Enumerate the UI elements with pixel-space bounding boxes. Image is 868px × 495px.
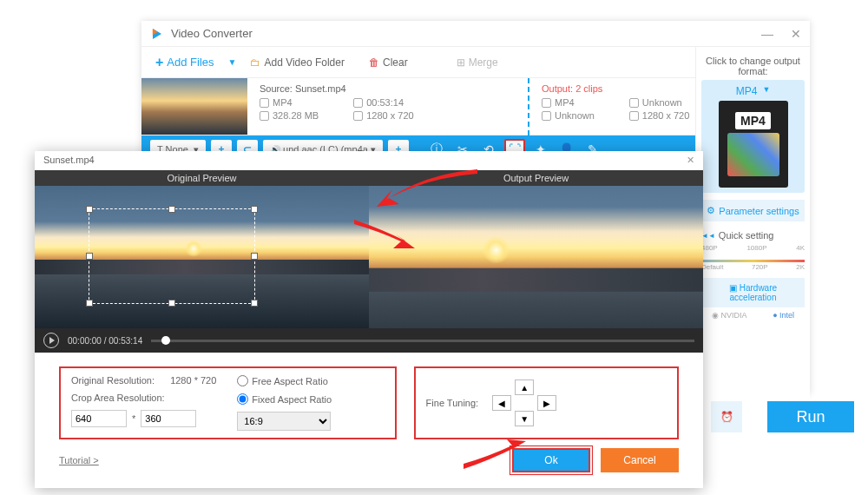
- free-aspect-radio[interactable]: Free Aspect Ratio: [237, 375, 332, 386]
- nudge-right-button[interactable]: ▶: [537, 395, 556, 411]
- crop-controls: Original Resolution: 1280 * 720 Crop Are…: [35, 353, 703, 445]
- minimize-button[interactable]: —: [761, 27, 773, 41]
- fixed-ar-label: Fixed Aspect Ratio: [252, 394, 332, 405]
- source-info-panel: Source: Sunset.mp4 MP4 328.28 MB 00:53:1…: [247, 78, 528, 135]
- folder-icon: 🗀: [250, 56, 260, 69]
- plus-icon: +: [155, 55, 163, 70]
- duration-icon: [629, 98, 639, 108]
- fine-tuning-controls: Fine Tuning: ▲ ▼ ◀ ▶: [414, 366, 679, 439]
- output-preview-header: Output Preview: [369, 170, 703, 186]
- schedule-button[interactable]: ⏰: [711, 401, 742, 432]
- add-files-label: Add Files: [167, 56, 214, 69]
- intel-badge: ● Intel: [773, 311, 794, 320]
- format-icon: [260, 98, 269, 108]
- output-side-panel: Click to change output format: MP4▼ MP4 …: [695, 47, 810, 415]
- multiply-icon: *: [132, 413, 135, 424]
- src-size: 328.28 MB: [273, 110, 319, 121]
- resolution-icon: [353, 111, 363, 121]
- nudge-left-button[interactable]: ◀: [492, 395, 511, 411]
- crop-handle-ml[interactable]: [86, 253, 93, 260]
- original-preview-header: Original Preview: [35, 170, 369, 186]
- seek-thumb[interactable]: [161, 336, 170, 345]
- crop-close-button[interactable]: ✕: [687, 155, 694, 167]
- resolution-icon: [629, 111, 639, 121]
- seek-slider[interactable]: [151, 340, 694, 342]
- change-format-label: Click to change output format:: [701, 56, 805, 76]
- format-badge: MP4: [735, 112, 771, 129]
- crop-height-input[interactable]: [141, 410, 196, 427]
- add-folder-label: Add Video Folder: [264, 56, 345, 69]
- output-format-card[interactable]: MP4▼ MP4: [701, 80, 805, 193]
- ok-button[interactable]: Ok: [512, 448, 590, 472]
- nvidia-badge: ◉ NVIDIA: [712, 311, 747, 320]
- original-preview[interactable]: [35, 186, 369, 328]
- preset-1080p: 1080P: [746, 244, 766, 252]
- preset-4k: 4K: [796, 244, 805, 252]
- player-bar: 00:00:00 / 00:53:14: [35, 328, 703, 353]
- quality-slider[interactable]: 480P 1080P 4K: [701, 244, 805, 268]
- nudge-down-button[interactable]: ▼: [515, 411, 534, 426]
- run-button[interactable]: Run: [767, 401, 854, 432]
- crop-handle-tl[interactable]: [86, 206, 93, 213]
- out-resolution: 1280 x 720: [642, 110, 689, 121]
- app-title: Video Converter: [171, 27, 253, 40]
- size-icon: [260, 111, 269, 121]
- output-label: Output:: [542, 83, 573, 94]
- quick-setting-label: Quick setting: [701, 230, 805, 241]
- crop-handle-tc[interactable]: [168, 206, 175, 213]
- out-time: Unknown: [642, 97, 682, 108]
- crop-res-label: Crop Area Resolution:: [71, 393, 216, 403]
- chevron-down-icon: ▼: [762, 85, 770, 97]
- hw-label: Hardware acceleration: [730, 283, 778, 302]
- crop-handle-bc[interactable]: [168, 300, 175, 307]
- output-count: 2 clips: [575, 83, 602, 94]
- trash-icon: 🗑: [369, 56, 379, 69]
- crop-selection-box[interactable]: [89, 208, 255, 304]
- current-time: 00:00:00: [68, 336, 102, 346]
- crop-width-input[interactable]: [71, 410, 127, 427]
- add-files-button[interactable]: + Add Files: [155, 55, 214, 70]
- crop-handle-bl[interactable]: [86, 300, 93, 307]
- tutorial-link[interactable]: Tutorial >: [59, 455, 99, 465]
- duration-icon: [353, 98, 363, 108]
- size-icon: [542, 111, 551, 121]
- format-preview-icon: MP4: [719, 101, 788, 188]
- src-resolution: 1280 x 720: [366, 110, 413, 121]
- merge-button[interactable]: ⊞ Merge: [457, 56, 498, 69]
- title-bar: Video Converter — ✕: [141, 21, 810, 47]
- crop-handle-mr[interactable]: [251, 253, 258, 260]
- crop-handle-tr[interactable]: [251, 206, 258, 213]
- clear-button[interactable]: 🗑 Clear: [369, 56, 408, 69]
- source-filename: Sunset.mp4: [295, 83, 346, 94]
- parameter-settings-button[interactable]: ⚙Parameter settings: [701, 200, 805, 221]
- format-icon: [542, 98, 551, 108]
- app-logo-icon: [150, 27, 164, 41]
- play-button[interactable]: [43, 333, 59, 348]
- close-button[interactable]: ✕: [791, 27, 801, 41]
- src-format: MP4: [273, 97, 293, 108]
- merge-label: Merge: [469, 56, 498, 69]
- orig-res-label: Original Resolution:: [71, 375, 155, 386]
- fixed-aspect-radio[interactable]: Fixed Aspect Ratio: [237, 393, 332, 405]
- crop-handle-br[interactable]: [251, 300, 258, 307]
- fine-tuning-dpad: ▲ ▼ ◀ ▶: [492, 380, 556, 426]
- dialog-footer: Tutorial > Ok Cancel: [35, 445, 703, 483]
- preview-area: [35, 186, 703, 328]
- output-preview: [369, 186, 703, 328]
- out-format: MP4: [555, 97, 575, 108]
- fine-tuning-label: Fine Tuning:: [426, 398, 479, 408]
- video-thumbnail[interactable]: [141, 78, 247, 135]
- total-time: 00:53:14: [108, 336, 142, 346]
- preset-480p: 480P: [701, 244, 718, 252]
- cancel-button[interactable]: Cancel: [601, 448, 679, 472]
- settings-icon: ⚙: [707, 205, 715, 216]
- param-label: Parameter settings: [719, 206, 799, 216]
- src-duration: 00:53:14: [366, 97, 404, 108]
- add-folder-button[interactable]: 🗀 Add Video Folder: [250, 56, 345, 69]
- add-files-dropdown[interactable]: ▼: [228, 57, 237, 67]
- crop-dialog: Sunset.mp4 ✕ Original Preview Output Pre…: [35, 151, 703, 488]
- hardware-accel-button[interactable]: ▣ Hardware acceleration: [701, 278, 805, 307]
- aspect-ratio-select[interactable]: 16:9: [237, 412, 331, 431]
- nudge-up-button[interactable]: ▲: [515, 380, 534, 395]
- out-size: Unknown: [555, 110, 595, 121]
